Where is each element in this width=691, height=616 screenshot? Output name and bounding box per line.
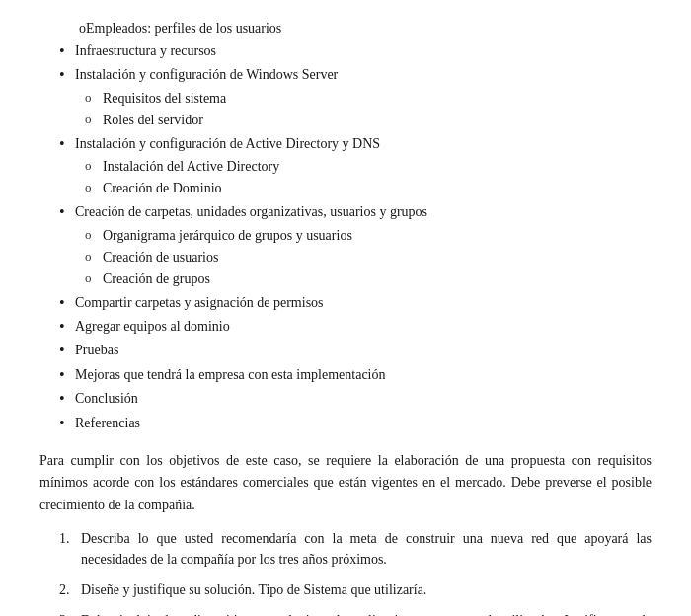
sub-bullet-icon: o [85, 269, 103, 288]
item-text: Diseñe y justifique su solución. Tipo de… [81, 579, 652, 600]
intro-paragraph: Para cumplir con los objetivos de este c… [39, 450, 652, 516]
sub-list-item: o Organigrama jerárquico de grupos y usu… [85, 225, 352, 246]
sub-item-text: Roles del servidor [103, 110, 226, 130]
bullet-icon: • [59, 201, 75, 223]
item-text: Conclusión [75, 388, 652, 409]
sub-item-text: Empleados: perfiles de los usuarios [86, 18, 652, 38]
sub-bullet-icon: o [85, 110, 103, 129]
item-text: Compartir carpetas y asignación de permi… [75, 292, 652, 313]
list-item: • Instalación y configuración de Active … [59, 133, 652, 199]
sub-bullet-icon: o [85, 88, 103, 108]
sub-list-item: o Requisitos del sistema [85, 88, 226, 109]
sub-bullet-icon: o [85, 178, 103, 197]
item-text: Creación de carpetas, unidades organizat… [75, 201, 427, 222]
item-number: 3. [59, 610, 81, 616]
list-item: • Creación de carpetas, unidades organiz… [59, 201, 652, 289]
item-text: Infraestructura y recursos [75, 40, 652, 61]
item-text: Instalación y configuración de Active Di… [75, 133, 380, 154]
list-item: • Instalación y configuración de Windows… [59, 64, 652, 130]
item-text: Mejoras que tendrá la empresa con esta i… [75, 364, 652, 385]
numbered-item-1: 1. Describa lo que usted recomendaría co… [59, 528, 652, 570]
item-number: 1. [59, 528, 81, 549]
list-item: • Compartir carpetas y asignación de per… [59, 292, 652, 314]
numbered-list: 1. Describa lo que usted recomendaría co… [59, 528, 652, 616]
bullet-icon: • [59, 133, 75, 155]
sub-item-text: Instalación del Active Directory [103, 156, 279, 177]
list-item: • Pruebas [59, 340, 652, 361]
sub-bullet-icon: o [85, 247, 103, 267]
bullet-icon: • [59, 413, 75, 434]
item-text: Referencias [75, 413, 652, 433]
list-item: • Referencias [59, 413, 652, 434]
sub-item-text: Organigrama jerárquico de grupos y usuar… [103, 225, 352, 246]
sub-bullet-icon: o [85, 225, 103, 245]
sub-item-empleados: o Empleados: perfiles de los usuarios [79, 18, 652, 38]
list-item: • Agregar equipos al dominio [59, 316, 652, 338]
sub-item-text: Creación de grupos [103, 269, 352, 289]
sub-list: o Organigrama jerárquico de grupos y usu… [85, 225, 352, 290]
sub-list-item: o Instalación del Active Directory [85, 156, 279, 177]
bullet-icon: • [59, 64, 75, 86]
bullet-icon: • [59, 364, 75, 386]
sub-list-item: o Roles del servidor [85, 110, 226, 130]
sub-list-item: o Creación de grupos [85, 269, 352, 289]
item-text: Agregar equipos al dominio [75, 316, 652, 337]
list-item: • Mejoras que tendrá la empresa con esta… [59, 364, 652, 386]
item-text: Describa lo que usted recomendaría con l… [81, 528, 652, 570]
item-text: Instalación y configuración de Windows S… [75, 64, 338, 85]
sub-list: o Requisitos del sistema o Roles del ser… [85, 88, 226, 131]
item-text: Debe incluir los dispositivos y el tipo … [81, 610, 652, 616]
list-item: • Infraestructura y recursos [59, 40, 652, 62]
bullet-icon: • [59, 40, 75, 62]
bullet-icon: • [59, 292, 75, 314]
list-item: • Conclusión [59, 388, 652, 410]
bullet-icon: • [59, 316, 75, 338]
sub-item-text: Creación de Dominio [103, 178, 279, 198]
sub-list: o Instalación del Active Directory o Cre… [85, 156, 279, 199]
numbered-item-2: 2. Diseñe y justifique su solución. Tipo… [59, 579, 652, 600]
bullet-icon: • [59, 388, 75, 410]
numbered-item-3: 3. Debe incluir los dispositivos y el ti… [59, 610, 652, 616]
item-text: Pruebas [75, 340, 652, 360]
item-number: 2. [59, 579, 81, 600]
sub-bullet-icon: o [79, 18, 86, 38]
sub-item-text: Creación de usuarios [103, 247, 352, 268]
main-bullet-list: • Infraestructura y recursos • Instalaci… [59, 40, 652, 434]
sub-list-item: o Creación de usuarios [85, 247, 352, 268]
sub-item-text: Requisitos del sistema [103, 88, 226, 109]
bullet-icon: • [59, 340, 75, 361]
sub-bullet-icon: o [85, 156, 103, 176]
sub-list-item: o Creación de Dominio [85, 178, 279, 198]
